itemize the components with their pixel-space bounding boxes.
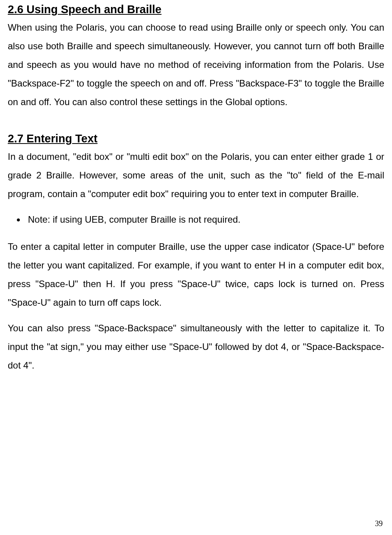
- section-2-7-paragraph-3: You can also press "Space-Backspace" sim…: [8, 319, 384, 375]
- section-2-6-paragraph-1: When using the Polaris, you can choose t…: [8, 18, 384, 111]
- section-gap: [8, 118, 384, 132]
- section-2-7-bullet-list: Note: if using UEB, computer Braille is …: [8, 210, 384, 229]
- section-2-7-paragraph-1: In a document, "edit box" or "multi edit…: [8, 147, 384, 203]
- page-number: 39: [375, 519, 383, 528]
- section-2-6-heading: 2.6 Using Speech and Braille: [8, 3, 384, 16]
- section-2-7-heading: 2.7 Entering Text: [8, 132, 384, 145]
- section-2-7-bullet-1: Note: if using UEB, computer Braille is …: [28, 210, 384, 229]
- section-2-7-paragraph-2: To enter a capital letter in computer Br…: [8, 237, 384, 312]
